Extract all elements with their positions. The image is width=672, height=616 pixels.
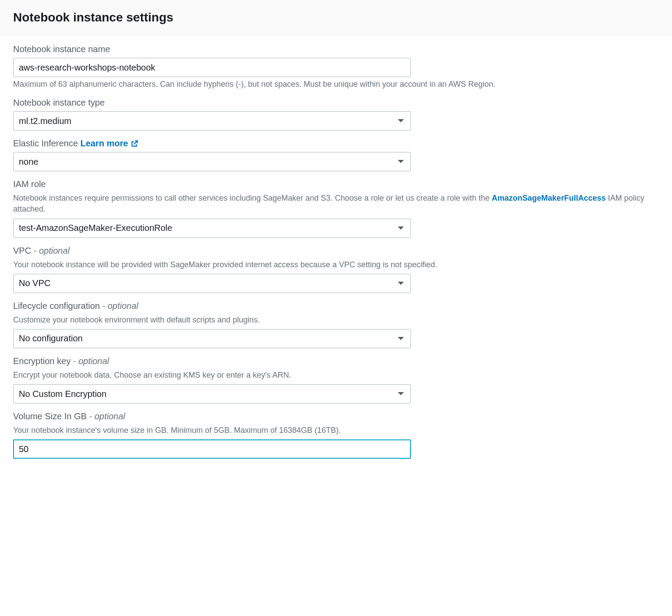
chevron-down-icon: [397, 281, 404, 286]
lifecycle-label: Lifecycle configuration - optional: [13, 301, 659, 311]
iam-role-select[interactable]: test-AmazonSageMaker-ExecutionRole: [13, 219, 411, 238]
lifecycle-label-text: Lifecycle configuration: [13, 301, 100, 311]
chevron-down-icon: [397, 391, 404, 397]
encryption-value: No Custom Encryption: [19, 389, 106, 399]
iam-policy-link[interactable]: AmazonSageMakerFullAccess: [492, 194, 606, 202]
elastic-inference-label: Elastic Inference Learn more: [13, 138, 659, 149]
chevron-down-icon: [397, 336, 404, 341]
elastic-inference-learn-more-link[interactable]: Learn more: [80, 138, 138, 149]
field-volume-size: Volume Size In GB - optional Your notebo…: [13, 411, 659, 459]
instance-name-label: Notebook instance name: [13, 44, 659, 54]
iam-role-label: IAM role: [13, 179, 659, 189]
panel-header: Notebook instance settings: [0, 0, 672, 35]
field-instance-name: Notebook instance name Maximum of 63 alp…: [13, 44, 659, 90]
chevron-down-icon: [397, 118, 404, 124]
elastic-inference-select[interactable]: none: [13, 152, 411, 171]
iam-role-desc-prefix: Notebook instances require permissions t…: [13, 194, 492, 202]
panel-title: Notebook instance settings: [13, 11, 659, 25]
vpc-desc: Your notebook instance will be provided …: [13, 259, 659, 270]
field-iam-role: IAM role Notebook instances require perm…: [13, 179, 659, 237]
instance-name-input[interactable]: [13, 58, 411, 77]
field-elastic-inference: Elastic Inference Learn more none: [13, 138, 659, 171]
elastic-inference-value: none: [19, 157, 39, 167]
instance-type-select[interactable]: ml.t2.medium: [13, 111, 411, 131]
chevron-down-icon: [397, 226, 404, 231]
volume-size-label: Volume Size In GB - optional: [13, 411, 659, 421]
lifecycle-value: No configuration: [19, 333, 83, 343]
learn-more-text: Learn more: [80, 138, 128, 149]
vpc-value: No VPC: [19, 278, 50, 288]
instance-name-help: Maximum of 63 alphanumeric characters. C…: [13, 79, 659, 90]
panel-body: Notebook instance name Maximum of 63 alp…: [0, 35, 672, 476]
vpc-label: VPC - optional: [13, 246, 659, 256]
instance-type-label: Notebook instance type: [13, 98, 659, 108]
vpc-label-text: VPC: [13, 246, 31, 255]
encryption-optional: - optional: [71, 356, 109, 366]
field-instance-type: Notebook instance type ml.t2.medium: [13, 98, 659, 131]
encryption-select[interactable]: No Custom Encryption: [13, 384, 411, 404]
encryption-label-text: Encryption key: [13, 356, 71, 366]
lifecycle-optional: - optional: [100, 301, 138, 311]
lifecycle-desc: Customize your notebook environment with…: [13, 315, 659, 326]
iam-role-value: test-AmazonSageMaker-ExecutionRole: [19, 223, 172, 233]
volume-size-optional: - optional: [87, 411, 125, 421]
lifecycle-select[interactable]: No configuration: [13, 329, 411, 348]
vpc-select[interactable]: No VPC: [13, 274, 411, 293]
volume-size-desc: Your notebook instance's volume size in …: [13, 425, 659, 436]
instance-type-value: ml.t2.medium: [19, 116, 71, 126]
chevron-down-icon: [397, 159, 404, 164]
iam-role-desc: Notebook instances require permissions t…: [13, 193, 659, 215]
encryption-label: Encryption key - optional: [13, 356, 659, 366]
settings-panel: Notebook instance settings Notebook inst…: [0, 0, 672, 476]
field-vpc: VPC - optional Your notebook instance wi…: [13, 246, 659, 293]
field-lifecycle: Lifecycle configuration - optional Custo…: [13, 301, 659, 348]
volume-size-input[interactable]: [13, 439, 411, 459]
vpc-optional: - optional: [31, 246, 70, 255]
encryption-desc: Encrypt your notebook data. Choose an ex…: [13, 370, 659, 381]
field-encryption: Encryption key - optional Encrypt your n…: [13, 356, 659, 404]
elastic-inference-label-text: Elastic Inference: [13, 138, 78, 148]
volume-size-label-text: Volume Size In GB: [13, 411, 87, 421]
external-link-icon: [131, 140, 138, 148]
